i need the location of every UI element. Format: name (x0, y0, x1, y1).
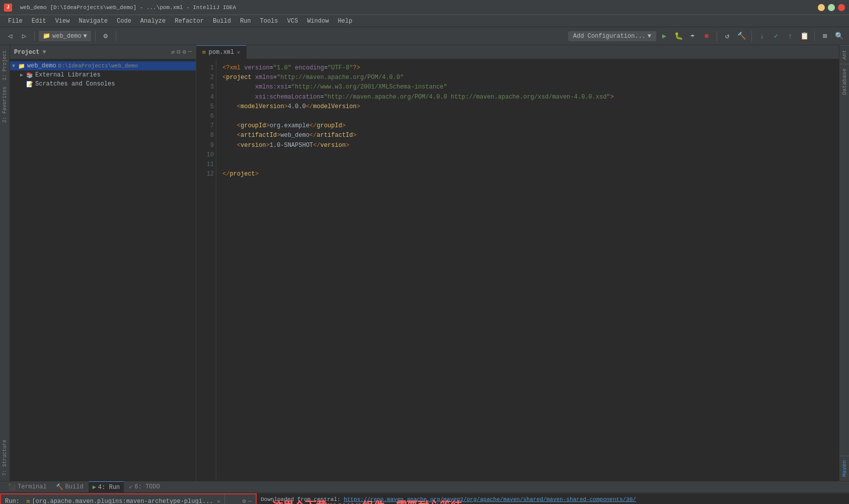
git-push-button[interactable]: ↑ (784, 30, 796, 42)
run-panel-tab-label: [org.apache.maven.plugins:maven-archetyp… (32, 498, 213, 505)
menu-file[interactable]: File (4, 17, 27, 26)
right-panel-maven[interactable]: Maven (839, 456, 850, 481)
left-vertical-tabs: 1: Project 2: Favorites 7: Structure (0, 45, 10, 481)
project-folder-icon: 📁 (43, 32, 50, 40)
menu-window[interactable]: Window (303, 17, 333, 26)
run-config-label: Add Configuration... (573, 33, 646, 40)
sidebar-sync-icon[interactable]: ⇄ (171, 48, 175, 56)
toolbar-separator-4 (717, 31, 717, 41)
tab-terminal[interactable]: ⬛ Terminal (4, 481, 51, 492)
ext-libs-icon: 📚 (26, 72, 33, 78)
bottom-tabs-bar: ⬛ Terminal 🔨 Build ▶ 4: Run ✓ 6: TODO (0, 481, 849, 493)
vtab-project[interactable]: 1: Project (1, 47, 9, 83)
toolbar: ◁ ▷ 📁 web_demo ▼ ⚙ Add Configuration... … (0, 27, 849, 45)
code-line-8: <artifactId>web_demo</artifactId> (222, 131, 833, 140)
debug-button[interactable]: 🐛 (672, 30, 684, 42)
run-button[interactable]: ▶ (658, 30, 670, 42)
chevron-down-icon: ▼ (84, 33, 87, 40)
menu-vcs[interactable]: VCS (283, 17, 302, 26)
build-button[interactable]: 🔨 (735, 30, 747, 42)
menu-tools[interactable]: Tools (256, 17, 282, 26)
project-tree: ▼ 📁 web_demo D:\IdeaProjects\web_demo ▶ … (10, 59, 196, 481)
back-button[interactable]: ◁ (4, 30, 16, 42)
menu-refactor[interactable]: Refactor (171, 17, 208, 26)
todo-tab-icon: ✓ (129, 483, 132, 491)
vtab-structure[interactable]: 7: Structure (1, 437, 9, 479)
update-button[interactable]: ↺ (721, 30, 733, 42)
menu-analyze[interactable]: Analyze (136, 17, 170, 26)
code-line-5: <modelVersion>4.0.0</modelVersion> (222, 102, 833, 112)
pom-tab-label: pom.xml (209, 49, 234, 56)
tree-arrow-ext-libs: ▶ (20, 72, 26, 78)
run-panel-settings-icon[interactable]: ⚙ (243, 497, 246, 504)
run-config-selector[interactable]: Add Configuration... ▼ (568, 31, 656, 41)
git-update-button[interactable]: ↓ (756, 30, 768, 42)
settings-icon[interactable]: ⚙ (100, 30, 112, 42)
menu-view[interactable]: View (51, 17, 74, 26)
maximize-button[interactable] (828, 4, 835, 11)
toolbar-separator-3 (116, 31, 116, 41)
run-panel-close-icon[interactable]: ✕ (217, 498, 220, 505)
build-tab-label: Build (65, 483, 84, 490)
code-line-3: xmlns:xsi="http://www.w3.org/2001/XMLSch… (222, 82, 833, 92)
coverage-button[interactable]: ☂ (686, 30, 699, 42)
code-line-6 (222, 112, 833, 121)
run-panel: Run: m [org.apache.maven.plugins:maven-a… (0, 493, 257, 504)
output-content: Downloaded from central: https://repo.ma… (257, 493, 849, 504)
tab-run[interactable]: ▶ 4: Run (89, 481, 124, 492)
output-panel: 这里会下载maven组件，需要耐心等待 Downloaded from cent… (257, 493, 849, 504)
run-panel-title: Run: (5, 498, 20, 505)
run-panel-header: Run: m [org.apache.maven.plugins:maven-a… (1, 494, 256, 504)
right-panel-database[interactable]: Database (839, 64, 850, 99)
tab-todo[interactable]: ✓ 6: TODO (125, 481, 164, 492)
code-line-11 (222, 160, 833, 170)
tree-label-scratches: Scratches and Consoles (35, 80, 115, 88)
menu-navigate[interactable]: Navigate (74, 17, 112, 26)
sidebar-title: Project (14, 49, 39, 56)
run-panel-minimize-icon[interactable]: — (248, 498, 252, 505)
menu-code[interactable]: Code (113, 17, 135, 26)
tree-label-ext-libs: External Libraries (35, 71, 101, 78)
main-layout: 1: Project 2: Favorites 7: Structure Pro… (0, 45, 849, 481)
git-commit-button[interactable]: ✓ (770, 30, 782, 42)
bottom-area: Run: m [org.apache.maven.plugins:maven-a… (0, 493, 849, 504)
code-editor[interactable]: 1 2 3 4 5 6 7 8 9 10 11 12 <?xml version… (196, 59, 839, 481)
dropdown-icon: ▼ (42, 49, 46, 56)
sidebar-collapse-icon[interactable]: ⊟ (177, 48, 180, 56)
editor-tab-pom[interactable]: m pom.xml ✕ (196, 45, 247, 59)
build-tab-icon: 🔨 (56, 483, 63, 491)
minimize-button[interactable] (818, 4, 825, 11)
project-selector[interactable]: 📁 web_demo ▼ (39, 31, 91, 41)
sidebar-settings-icon[interactable]: ⚙ (183, 48, 186, 56)
code-line-2: <project xmlns="http://maven.apache.org/… (222, 73, 833, 82)
code-line-12: </project> (222, 170, 833, 179)
code-line-1: <?xml version="1.0" encoding="UTF-8"?> (222, 63, 833, 73)
pom-tab-icon: m (202, 49, 206, 55)
sidebar: Project ▼ ⇄ ⊟ ⚙ — ▼ 📁 web_demo D:\IdeaPr… (10, 45, 196, 481)
app-icon: J (4, 4, 12, 12)
right-panels: Ant Database Maven (839, 45, 849, 481)
sidebar-header: Project ▼ ⇄ ⊟ ⚙ — (10, 45, 196, 59)
sidebar-minimize-icon[interactable]: — (188, 48, 192, 56)
menu-help[interactable]: Help (334, 17, 356, 26)
menu-edit[interactable]: Edit (28, 17, 50, 26)
run-panel-main-tab[interactable]: m [org.apache.maven.plugins:maven-archet… (23, 494, 225, 504)
right-panel-ant[interactable]: Ant (839, 45, 850, 64)
close-button[interactable] (838, 4, 845, 11)
tree-item-scratches[interactable]: 📝 Scratches and Consoles (10, 79, 196, 89)
project-name-label: web_demo (52, 33, 82, 40)
tree-item-external-libs[interactable]: ▶ 📚 External Libraries (10, 70, 196, 79)
tab-build[interactable]: 🔨 Build (52, 481, 88, 492)
search-everywhere-button[interactable]: 🔍 (833, 30, 845, 42)
vtab-favorites[interactable]: 2: Favorites (1, 83, 9, 126)
pom-tab-close[interactable]: ✕ (237, 49, 240, 55)
editor-tabs: m pom.xml ✕ (196, 45, 839, 59)
forward-button[interactable]: ▷ (18, 30, 30, 42)
code-content[interactable]: <?xml version="1.0" encoding="UTF-8"?> <… (216, 59, 839, 481)
stop-button[interactable]: ■ (701, 30, 713, 42)
git-history-button[interactable]: 📋 (798, 30, 810, 42)
tree-item-web-demo[interactable]: ▼ 📁 web_demo D:\IdeaProjects\web_demo (10, 61, 196, 70)
menu-build[interactable]: Build (209, 17, 235, 26)
terminal-button[interactable]: ⊞ (819, 30, 831, 42)
menu-run[interactable]: Run (236, 17, 255, 26)
